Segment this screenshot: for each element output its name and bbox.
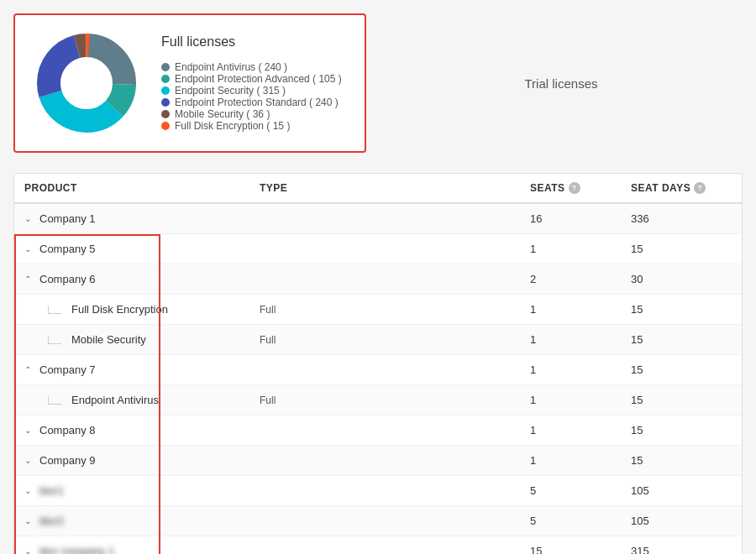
col-seats-val: 1 xyxy=(530,394,631,406)
col-type-header: TYPE xyxy=(260,182,530,194)
chevron-icon[interactable]: ⌄ xyxy=(24,426,34,435)
col-seatdays-val: 15 xyxy=(631,424,732,436)
col-seatdays-val: 105 xyxy=(631,484,732,497)
product-cell-indent: Endpoint Antivirus xyxy=(24,394,260,406)
legend-label: Full Disk Encryption ( 15 ) xyxy=(175,120,290,132)
product-name: Endpoint Antivirus xyxy=(71,394,159,406)
legend-label: Endpoint Antivirus ( 240 ) xyxy=(175,61,287,73)
chevron-icon[interactable]: ⌄ xyxy=(24,486,34,495)
chevron-icon[interactable]: ⌄ xyxy=(24,244,34,253)
table-row: ⌄ Company 1 16 336 xyxy=(14,204,742,234)
product-name: Company 7 xyxy=(39,363,95,376)
table-row: ⌃ Company 6 2 30 xyxy=(14,264,742,295)
legend-label: Endpoint Protection Standard ( 240 ) xyxy=(175,97,339,108)
product-name: Full Disk Encryption xyxy=(71,303,168,316)
col-type-val: Full xyxy=(260,334,530,346)
trial-licenses-title: Trial licenses xyxy=(525,76,598,91)
legend-label: Mobile Security ( 36 ) xyxy=(175,108,270,120)
seatdays-info-icon[interactable]: ? xyxy=(694,182,706,194)
product-name: blur company 1 xyxy=(39,545,114,554)
table-row: ⌄ blur2 5 105 xyxy=(14,506,742,536)
trial-licenses-section: Trial licenses xyxy=(380,13,743,153)
legend-item: Endpoint Antivirus ( 240 ) xyxy=(161,61,342,73)
col-seatdays-val: 105 xyxy=(631,515,732,527)
table-header: PRODUCT TYPE SEATS ? SEAT DAYS ? xyxy=(14,174,742,204)
donut-svg xyxy=(32,29,141,138)
col-seatdays-header: SEAT DAYS ? xyxy=(631,182,732,194)
product-cell: ⌄ blur1 xyxy=(24,484,260,497)
table-row: Mobile Security Full 1 15 xyxy=(14,325,742,355)
legend-item: Endpoint Protection Standard ( 240 ) xyxy=(161,97,342,108)
col-seats-val: 2 xyxy=(530,273,631,285)
legend-dot xyxy=(161,63,170,71)
chart-title: Full licenses xyxy=(161,34,342,50)
col-seats-val: 1 xyxy=(530,333,631,346)
chevron-icon[interactable]: ⌃ xyxy=(24,365,34,374)
product-cell: ⌃ Company 6 xyxy=(24,273,260,285)
donut-hole xyxy=(61,58,112,108)
table-row: ⌄ Company 5 1 15 xyxy=(14,234,742,264)
legend-dot xyxy=(161,86,170,95)
chevron-icon[interactable]: ⌄ xyxy=(24,516,34,525)
col-seatdays-val: 315 xyxy=(631,545,732,554)
chevron-icon[interactable]: ⌄ xyxy=(24,546,34,554)
top-section: Full licenses Endpoint Antivirus ( 240 )… xyxy=(13,13,743,153)
col-seats-val: 1 xyxy=(530,424,631,436)
product-cell-indent: Mobile Security xyxy=(24,333,260,346)
product-name: Company 8 xyxy=(39,424,95,436)
legend-item: Endpoint Security ( 315 ) xyxy=(161,85,342,97)
table-row: Endpoint Antivirus Full 1 15 xyxy=(14,385,742,416)
chevron-icon[interactable]: ⌃ xyxy=(24,274,34,284)
table-row: ⌄ Company 8 1 15 xyxy=(14,416,742,446)
col-seatdays-val: 15 xyxy=(631,333,732,346)
legend-dot xyxy=(161,110,170,118)
legend-item: Endpoint Protection Advanced ( 105 ) xyxy=(161,73,342,85)
chart-legend: Full licenses Endpoint Antivirus ( 240 )… xyxy=(161,34,342,132)
donut-chart xyxy=(32,29,141,138)
product-name: Company 5 xyxy=(39,243,95,255)
legend-item: Mobile Security ( 36 ) xyxy=(161,108,342,120)
col-seats-val: 1 xyxy=(530,363,631,376)
legend-label: Endpoint Protection Advanced ( 105 ) xyxy=(175,73,342,85)
product-name: blur2 xyxy=(39,515,64,527)
table-row: ⌄ blur company 1 15 315 xyxy=(14,536,742,554)
col-seats-header: SEATS ? xyxy=(530,182,631,194)
col-type-val: Full xyxy=(260,395,530,406)
table-row: ⌄ Company 9 1 15 xyxy=(14,446,742,476)
legend-dot xyxy=(161,98,170,107)
col-seatdays-val: 15 xyxy=(631,454,732,467)
chevron-icon[interactable]: ⌄ xyxy=(24,214,34,223)
product-cell: ⌄ Company 9 xyxy=(24,454,260,467)
full-licenses-card: Full licenses Endpoint Antivirus ( 240 )… xyxy=(13,13,366,153)
col-product-header: PRODUCT xyxy=(24,182,260,194)
legend-item: Full Disk Encryption ( 15 ) xyxy=(161,120,342,132)
product-cell: ⌃ Company 7 xyxy=(24,363,260,376)
col-seatdays-val: 15 xyxy=(631,303,732,316)
product-cell: ⌄ Company 8 xyxy=(24,424,260,436)
legend-items: Endpoint Antivirus ( 240 ) Endpoint Prot… xyxy=(161,61,342,132)
legend-label: Endpoint Security ( 315 ) xyxy=(175,85,286,97)
seats-info-icon[interactable]: ? xyxy=(569,182,580,194)
table-row: Full Disk Encryption Full 1 15 xyxy=(14,295,742,325)
col-seatdays-val: 15 xyxy=(631,243,732,255)
col-type-val: Full xyxy=(260,304,530,316)
product-name: Mobile Security xyxy=(71,333,146,346)
col-seats-val: 15 xyxy=(530,545,631,554)
col-seatdays-val: 336 xyxy=(631,212,732,225)
product-name: blur1 xyxy=(39,484,64,497)
product-name: Company 1 xyxy=(39,212,95,225)
col-seats-val: 1 xyxy=(530,454,631,467)
product-cell: ⌄ Company 1 xyxy=(24,212,260,225)
product-name: Company 9 xyxy=(39,454,95,467)
col-seats-val: 5 xyxy=(530,515,631,527)
product-cell: ⌄ blur company 1 xyxy=(24,545,260,554)
table-section: PRODUCT TYPE SEATS ? SEAT DAYS ? ⌄ Compa… xyxy=(13,173,743,554)
chevron-icon[interactable]: ⌄ xyxy=(24,456,34,465)
legend-dot xyxy=(161,75,170,83)
table-row: ⌄ blur1 5 105 xyxy=(14,476,742,506)
product-name: Company 6 xyxy=(39,273,95,285)
table-body: ⌄ Company 1 16 336 ⌄ Company 5 1 15 ⌃ xyxy=(14,204,742,554)
col-seatdays-val: 15 xyxy=(631,363,732,376)
col-seats-val: 1 xyxy=(530,243,631,255)
legend-dot xyxy=(161,122,170,130)
